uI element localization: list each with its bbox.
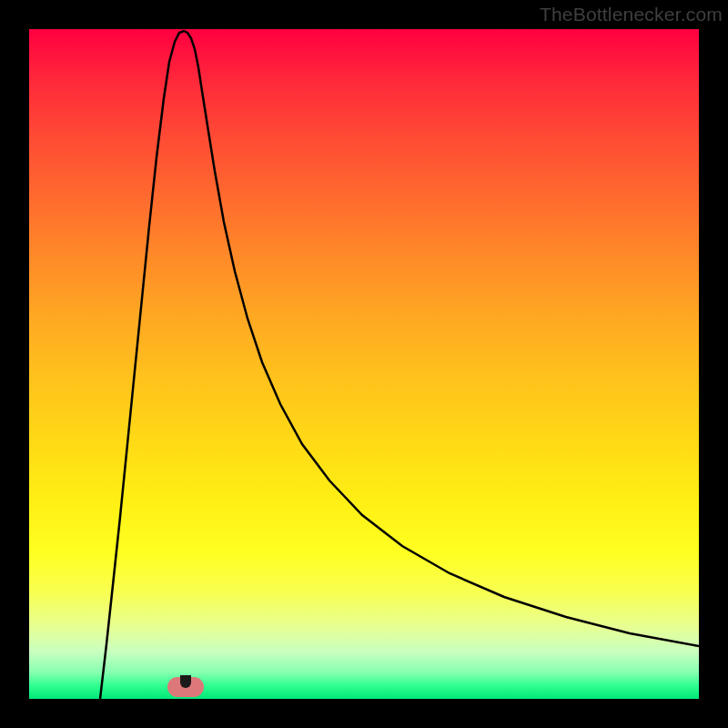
minimum-marker-notch [180,675,191,688]
plot-area [29,29,699,699]
bottleneck-curve [29,29,699,699]
watermark-text: TheBottlenecker.com [540,4,723,25]
chart-frame: TheBottlenecker.com [0,0,728,728]
